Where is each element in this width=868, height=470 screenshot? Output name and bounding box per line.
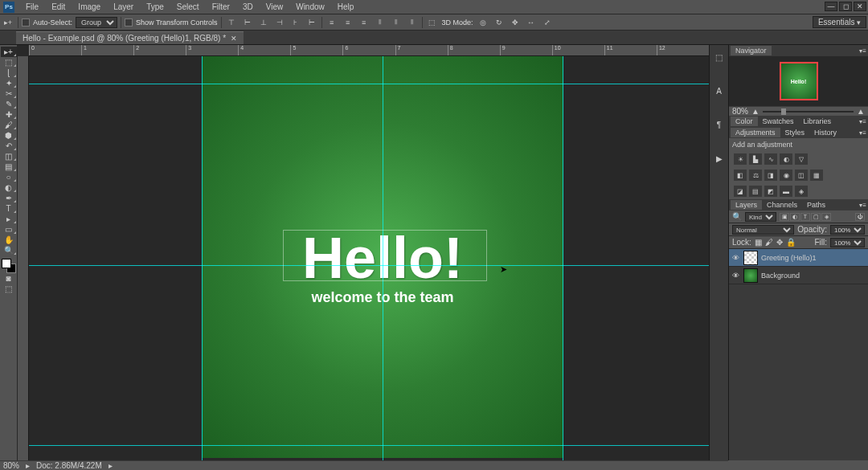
move-tool[interactable]: ▸+ — [1, 47, 17, 57]
gradient-tool[interactable]: ▤ — [1, 161, 17, 172]
zoom-in-icon[interactable]: ▲ — [857, 107, 865, 116]
layer-row[interactable]: 👁 Background — [729, 267, 868, 284]
screen-mode-tool[interactable]: ⬚ — [1, 284, 17, 294]
status-arrow-icon[interactable]: ▸ — [26, 461, 30, 470]
distribute-top-icon[interactable]: ≡ — [326, 16, 338, 29]
eraser-tool[interactable]: ◫ — [1, 151, 17, 161]
lock-transparent-icon[interactable]: ▦ — [755, 238, 762, 247]
filter-smart-icon[interactable]: ◈ — [821, 213, 831, 221]
filter-toggle-icon[interactable]: ⏻ — [855, 213, 865, 221]
panel-menu-icon[interactable]: ▾≡ — [859, 129, 866, 137]
distribute-vcenter-icon[interactable]: ≡ — [342, 16, 354, 29]
3d-slide-icon[interactable]: ↔ — [525, 16, 538, 29]
panel-menu-icon[interactable]: ▾≡ — [859, 47, 866, 55]
panel-menu-icon[interactable]: ▾≡ — [859, 118, 866, 125]
distribute-right-icon[interactable]: ⦀ — [406, 16, 419, 29]
layer-visibility-icon[interactable]: 👁 — [731, 254, 740, 262]
color-swatches[interactable] — [2, 259, 16, 273]
color-lookup-icon[interactable]: ▦ — [810, 170, 823, 181]
swatches-tab[interactable]: Swatches — [758, 116, 799, 126]
minimize-button[interactable]: — — [825, 2, 837, 11]
navigator-thumbnail[interactable]: Hello! — [780, 62, 818, 100]
distribute-left-icon[interactable]: ⦀ — [374, 16, 387, 29]
close-button[interactable]: ✕ — [854, 2, 866, 11]
marquee-tool[interactable]: ⬚ — [1, 57, 17, 67]
zoom-tool[interactable]: 🔍 — [1, 245, 17, 255]
3d-roll-icon[interactable]: ↻ — [493, 16, 506, 29]
styles-tab[interactable]: Styles — [780, 128, 810, 137]
filter-shape-icon[interactable]: ▢ — [811, 213, 821, 221]
3d-pan-icon[interactable]: ✥ — [509, 16, 522, 29]
lasso-tool[interactable]: ɭ — [1, 67, 17, 78]
menu-help[interactable]: Help — [331, 1, 361, 13]
invert-icon[interactable]: ◪ — [734, 186, 747, 197]
align-top-icon[interactable]: ⊤ — [225, 16, 238, 29]
vibrance-icon[interactable]: ▽ — [795, 153, 808, 165]
libraries-tab[interactable]: Libraries — [799, 116, 837, 126]
layer-row[interactable]: 👁 Greeting (Hello)1 — [729, 249, 868, 267]
color-tab[interactable]: Color — [731, 116, 758, 126]
align-vcenter-icon[interactable]: ⊢ — [241, 16, 254, 29]
adjustments-tab[interactable]: Adjustments — [731, 128, 780, 137]
pen-tool[interactable]: ✒ — [1, 193, 17, 203]
clone-stamp-tool[interactable]: ⬢ — [1, 130, 17, 141]
layers-tab[interactable]: Layers — [731, 200, 762, 210]
brightness-contrast-icon[interactable]: ☀ — [734, 153, 747, 165]
curves-icon[interactable]: ∿ — [764, 153, 777, 165]
auto-select-dropdown[interactable]: Group — [76, 17, 117, 28]
type-tool[interactable]: T — [1, 203, 17, 214]
status-zoom[interactable]: 80% — [3, 461, 19, 470]
character-panel-icon[interactable]: A — [712, 84, 727, 98]
photo-filter-icon[interactable]: ◉ — [780, 170, 792, 181]
shape-tool[interactable]: ▭ — [1, 224, 17, 235]
status-doc-info[interactable]: Doc: 2.86M/4.22M — [36, 461, 102, 470]
path-selection-tool[interactable]: ▸ — [1, 214, 17, 224]
layer-thumbnail[interactable] — [743, 251, 758, 265]
channel-mixer-icon[interactable]: ◫ — [795, 170, 808, 181]
menu-type[interactable]: Type — [140, 1, 170, 13]
vertical-ruler[interactable] — [18, 56, 29, 460]
zoom-slider-track[interactable] — [763, 111, 854, 112]
selective-color-icon[interactable]: ◈ — [795, 186, 808, 197]
layer-visibility-icon[interactable]: 👁 — [731, 272, 740, 280]
posterize-icon[interactable]: ▤ — [749, 186, 762, 197]
document-tab[interactable]: Hello - Example.psd @ 80% (Greeting (Hel… — [16, 31, 244, 44]
3d-scale-icon[interactable]: ⤢ — [541, 16, 554, 29]
history-brush-tool[interactable]: ↶ — [1, 141, 17, 151]
quick-mask-tool[interactable]: ◙ — [1, 273, 17, 284]
dodge-tool[interactable]: ◐ — [1, 182, 17, 193]
menu-window[interactable]: Window — [289, 1, 331, 13]
crop-tool[interactable]: ✂ — [1, 88, 17, 99]
distribute-hcenter-icon[interactable]: ⦀ — [390, 16, 403, 29]
gradient-map-icon[interactable]: ▬ — [780, 186, 792, 197]
guide-vertical[interactable] — [563, 56, 563, 460]
guide-horizontal[interactable] — [29, 84, 709, 84]
selection-box[interactable] — [283, 230, 487, 281]
distribute-bottom-icon[interactable]: ≡ — [358, 16, 371, 29]
guide-horizontal[interactable] — [29, 445, 709, 446]
color-balance-icon[interactable]: ⚖ — [749, 170, 762, 181]
eyedropper-tool[interactable]: ✎ — [1, 99, 17, 109]
hue-sat-icon[interactable]: ◧ — [734, 170, 747, 181]
channels-tab[interactable]: Channels — [762, 200, 802, 210]
canvas-viewport[interactable]: Hello! welcome to the team ➤ — [29, 56, 709, 460]
menu-layer[interactable]: Layer — [107, 1, 140, 13]
filter-type-icon[interactable]: T — [800, 213, 810, 221]
menu-view[interactable]: View — [260, 1, 290, 13]
blend-mode-select[interactable]: Normal — [732, 225, 794, 235]
menu-image[interactable]: Image — [72, 1, 107, 13]
layer-name[interactable]: Background — [761, 272, 800, 280]
navigator-body[interactable]: Hello! — [729, 56, 868, 106]
menu-edit[interactable]: Edit — [45, 1, 72, 13]
paragraph-panel-icon[interactable]: ¶ — [712, 117, 727, 132]
menu-filter[interactable]: Filter — [206, 1, 236, 13]
lock-all-icon[interactable]: 🔒 — [786, 238, 796, 247]
hand-tool[interactable]: ✋ — [1, 235, 17, 245]
align-left-icon[interactable]: ⊣ — [273, 16, 286, 29]
bw-icon[interactable]: ◨ — [764, 170, 777, 181]
auto-select-checkbox[interactable] — [22, 18, 30, 27]
levels-icon[interactable]: ▙ — [749, 153, 762, 165]
lock-image-icon[interactable]: 🖌 — [765, 238, 773, 247]
magic-wand-tool[interactable]: ✦ — [1, 78, 17, 88]
layer-thumbnail[interactable] — [743, 268, 758, 283]
